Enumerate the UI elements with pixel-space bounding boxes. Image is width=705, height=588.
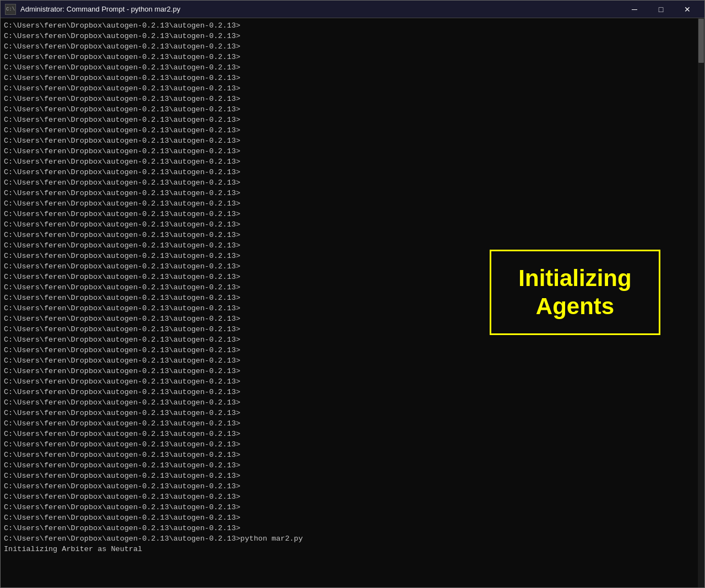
terminal-line: C:\Users\feren\Dropbox\autogen-0.2.13\au… [4,52,695,62]
terminal-line: C:\Users\feren\Dropbox\autogen-0.2.13\au… [4,125,695,136]
terminal-line: C:\Users\feren\Dropbox\autogen-0.2.13\au… [4,146,695,157]
scrollbar-thumb[interactable] [698,19,704,63]
terminal-line: C:\Users\feren\Dropbox\autogen-0.2.13\au… [4,104,695,115]
terminal-line: C:\Users\feren\Dropbox\autogen-0.2.13\au… [4,41,695,52]
terminal-line: C:\Users\feren\Dropbox\autogen-0.2.13\au… [4,157,695,167]
terminal-line: C:\Users\feren\Dropbox\autogen-0.2.13\au… [4,219,695,230]
minimize-button[interactable]: ─ [622,2,647,17]
terminal-line: C:\Users\feren\Dropbox\autogen-0.2.13\au… [4,429,695,439]
terminal-line: C:\Users\feren\Dropbox\autogen-0.2.13\au… [4,366,695,376]
title-bar-text: Administrator: Command Prompt - python m… [20,5,622,13]
terminal-line: C:\Users\feren\Dropbox\autogen-0.2.13\au… [4,513,695,523]
terminal-line: C:\Users\feren\Dropbox\autogen-0.2.13\au… [4,167,695,177]
window-controls: ─ □ ✕ [622,2,700,17]
close-button[interactable]: ✕ [675,2,700,17]
initializing-agents-overlay: Initializing Agents [490,250,660,335]
terminal-line: C:\Users\feren\Dropbox\autogen-0.2.13\au… [4,62,695,73]
terminal-line: C:\Users\feren\Dropbox\autogen-0.2.13\au… [4,397,695,408]
terminal-line: C:\Users\feren\Dropbox\autogen-0.2.13\au… [4,471,695,481]
terminal-line: C:\Users\feren\Dropbox\autogen-0.2.13\au… [4,439,695,450]
terminal-line: C:\Users\feren\Dropbox\autogen-0.2.13\au… [4,20,695,31]
terminal-line: C:\Users\feren\Dropbox\autogen-0.2.13\au… [4,94,695,104]
terminal-line: C:\Users\feren\Dropbox\autogen-0.2.13\au… [4,209,695,219]
overlay-line1: Initializing [518,265,631,291]
terminal-line: C:\Users\feren\Dropbox\autogen-0.2.13\au… [4,460,695,471]
terminal-line: C:\Users\feren\Dropbox\autogen-0.2.13\au… [4,188,695,198]
terminal-line: C:\Users\feren\Dropbox\autogen-0.2.13\au… [4,502,695,513]
terminal-line: C:\Users\feren\Dropbox\autogen-0.2.13\au… [4,376,695,387]
cmd-window: C:\ Administrator: Command Prompt - pyth… [0,0,705,588]
terminal-line: C:\Users\feren\Dropbox\autogen-0.2.13\au… [4,177,695,188]
terminal-line: C:\Users\feren\Dropbox\autogen-0.2.13\au… [4,345,695,355]
overlay-line2: Agents [536,293,614,319]
terminal-line: C:\Users\feren\Dropbox\autogen-0.2.13\au… [4,115,695,125]
terminal-line: C:\Users\feren\Dropbox\autogen-0.2.13\au… [4,335,695,345]
window-icon: C:\ [5,4,16,15]
terminal-line: C:\Users\feren\Dropbox\autogen-0.2.13\au… [4,481,695,492]
terminal-line: C:\Users\feren\Dropbox\autogen-0.2.13\au… [4,198,695,209]
terminal-line: C:\Users\feren\Dropbox\autogen-0.2.13\au… [4,31,695,41]
terminal-line: C:\Users\feren\Dropbox\autogen-0.2.13\au… [4,230,695,240]
terminal-line: C:\Users\feren\Dropbox\autogen-0.2.13\au… [4,492,695,502]
terminal-line: C:\Users\feren\Dropbox\autogen-0.2.13\au… [4,450,695,460]
maximize-button[interactable]: □ [648,2,674,17]
terminal-line: C:\Users\feren\Dropbox\autogen-0.2.13\au… [4,523,695,533]
terminal-body[interactable]: C:\Users\feren\Dropbox\autogen-0.2.13\au… [1,18,704,587]
terminal-line: C:\Users\feren\Dropbox\autogen-0.2.13\au… [4,418,695,429]
title-bar: C:\ Administrator: Command Prompt - pyth… [1,1,704,18]
terminal-line: C:\Users\feren\Dropbox\autogen-0.2.13\au… [4,387,695,397]
terminal-line: C:\Users\feren\Dropbox\autogen-0.2.13\au… [4,83,695,94]
terminal-line: C:\Users\feren\Dropbox\autogen-0.2.13\au… [4,355,695,366]
terminal-line: C:\Users\feren\Dropbox\autogen-0.2.13\au… [4,73,695,83]
terminal-output-line: Initializing Arbiter as Neutral [4,544,695,554]
terminal-line: C:\Users\feren\Dropbox\autogen-0.2.13\au… [4,408,695,418]
scrollbar[interactable] [698,18,704,587]
terminal-command-line: C:\Users\feren\Dropbox\autogen-0.2.13\au… [4,533,695,544]
terminal-line: C:\Users\feren\Dropbox\autogen-0.2.13\au… [4,136,695,146]
overlay-text: Initializing Agents [518,265,631,320]
